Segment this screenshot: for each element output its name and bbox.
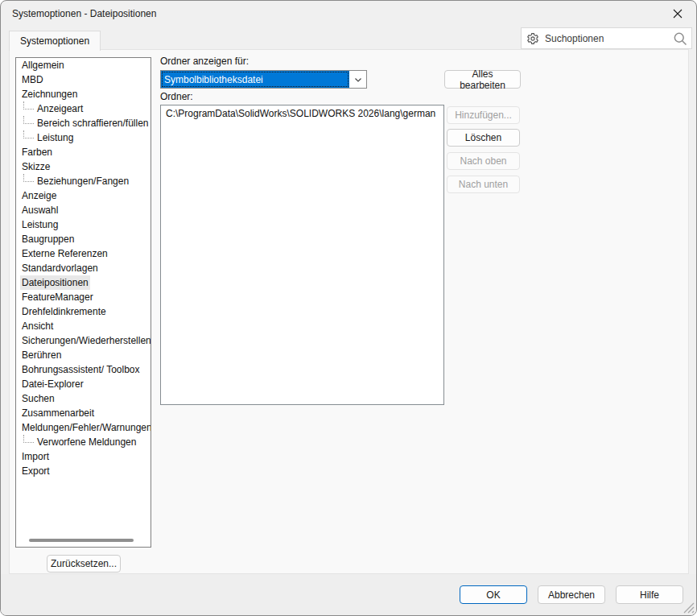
- tab-strip: Systemoptionen: [1, 27, 696, 50]
- nav-item-label: FeatureManager: [20, 290, 95, 304]
- nav-item-label: Allgemein: [20, 58, 66, 72]
- nav-item-label: Farben: [20, 145, 54, 159]
- nav-item[interactable]: Export: [16, 464, 151, 478]
- close-icon: [673, 9, 683, 19]
- move-down-button[interactable]: Nach unten: [447, 176, 520, 193]
- nav-item-label: Externe Referenzen: [20, 246, 109, 261]
- add-button[interactable]: Hinzufügen...: [447, 106, 520, 124]
- delete-button[interactable]: Löschen: [447, 129, 520, 147]
- tree-connector: [23, 435, 34, 443]
- nav-item[interactable]: Verworfene Meldungen: [16, 435, 151, 449]
- cancel-button[interactable]: Abbrechen: [538, 585, 605, 604]
- nav-item-label: Baugruppen: [20, 232, 76, 246]
- edit-all-button[interactable]: Alles bearbeiten: [444, 70, 521, 89]
- nav-item-label: Zeichnungen: [20, 87, 79, 101]
- reset-button[interactable]: Zurücksetzen...: [47, 555, 121, 573]
- search-options-box[interactable]: [521, 27, 692, 49]
- nav-item[interactable]: Farben: [16, 145, 151, 159]
- nav-item[interactable]: FeatureManager: [16, 290, 151, 304]
- ok-button[interactable]: OK: [460, 585, 527, 604]
- nav-item[interactable]: Datei-Explorer: [16, 377, 151, 391]
- nav-item-label: Skizze: [20, 159, 52, 174]
- dialog-footer: OK Abbrechen Hilfe: [1, 574, 696, 615]
- nav-item[interactable]: Leistung: [16, 130, 151, 145]
- nav-item[interactable]: Meldungen/Fehler/Warnungen: [16, 420, 151, 435]
- chevron-down-icon[interactable]: [349, 71, 366, 88]
- nav-item-label: Leistung: [20, 217, 60, 232]
- nav-item-label: Suchen: [20, 391, 56, 406]
- search-icon: [672, 31, 688, 47]
- nav-item[interactable]: Berühren: [16, 348, 151, 362]
- gear-icon: [526, 32, 539, 45]
- folder-path-item[interactable]: C:\ProgramData\SolidWorks\SOLIDWORKS 202…: [161, 105, 443, 122]
- nav-item-label: Datei-Explorer: [20, 377, 85, 391]
- nav-item-label: Bereich schraffieren/füllen: [35, 116, 151, 130]
- nav-item[interactable]: Auswahl: [16, 203, 151, 217]
- nav-item[interactable]: Externe Referenzen: [16, 246, 151, 261]
- nav-item-label: Verworfene Meldungen: [35, 435, 138, 449]
- nav-item[interactable]: Standardvorlagen: [16, 261, 151, 275]
- nav-item[interactable]: MBD: [16, 72, 151, 87]
- nav-item[interactable]: Leistung: [16, 217, 151, 232]
- folder-path-list[interactable]: C:\ProgramData\SolidWorks\SOLIDWORKS 202…: [160, 105, 444, 405]
- titlebar: Systemoptionen - Dateipositionen: [1, 1, 696, 27]
- nav-item[interactable]: Zusammenarbeit: [16, 406, 151, 420]
- folders-label: Ordner:: [160, 91, 193, 102]
- nav-item[interactable]: Suchen: [16, 391, 151, 406]
- nav-item[interactable]: Dateipositionen: [16, 275, 151, 290]
- tree-connector: [23, 116, 34, 124]
- nav-item-label: Standardvorlagen: [20, 261, 100, 275]
- tree-connector: [23, 130, 34, 138]
- horizontal-scrollbar[interactable]: [29, 539, 134, 542]
- nav-item-label: Import: [20, 449, 51, 464]
- move-up-button[interactable]: Nach oben: [447, 152, 520, 170]
- nav-item[interactable]: Drehfeldinkremente: [16, 304, 151, 319]
- nav-item-label: Meldungen/Fehler/Warnungen: [20, 420, 151, 435]
- nav-item-label: Zusammenarbeit: [20, 406, 96, 420]
- tree-connector: [23, 101, 34, 110]
- nav-item-label: Ansicht: [20, 319, 55, 333]
- show-folders-label: Ordner anzeigen für:: [160, 56, 249, 67]
- tab-systemoptionen[interactable]: Systemoptionen: [9, 31, 101, 51]
- nav-item[interactable]: Anzeigeart: [16, 101, 151, 116]
- nav-item[interactable]: Import: [16, 449, 151, 464]
- nav-item[interactable]: Bohrungsassistent/ Toolbox: [16, 362, 151, 377]
- nav-item[interactable]: Anzeige: [16, 188, 151, 203]
- options-nav-list: AllgemeinMBDZeichnungenAnzeigeartBereich…: [15, 57, 151, 548]
- nav-item[interactable]: Allgemein: [16, 58, 151, 72]
- system-options-dialog: Systemoptionen - Dateipositionen Systemo…: [0, 0, 697, 616]
- help-button[interactable]: Hilfe: [616, 585, 683, 604]
- nav-item[interactable]: Skizze: [16, 159, 151, 174]
- nav-item-label: Sicherungen/Wiederherstellen: [20, 333, 151, 348]
- tab-page-panel: AllgemeinMBDZeichnungenAnzeigeartBereich…: [9, 49, 689, 574]
- nav-item[interactable]: Baugruppen: [16, 232, 151, 246]
- nav-item[interactable]: Zeichnungen: [16, 87, 151, 101]
- search-input[interactable]: [543, 32, 672, 45]
- nav-item[interactable]: Ansicht: [16, 319, 151, 333]
- nav-item-label: MBD: [20, 72, 45, 87]
- nav-item-label: Export: [20, 464, 52, 478]
- nav-item-label: Beziehungen/Fangen: [35, 174, 130, 188]
- nav-item-label: Dateipositionen: [20, 275, 90, 290]
- nav-item[interactable]: Beziehungen/Fangen: [16, 174, 151, 188]
- window-title: Systemoptionen - Dateipositionen: [12, 8, 156, 19]
- nav-item-label: Auswahl: [20, 203, 60, 217]
- tab-label: Systemoptionen: [20, 35, 89, 47]
- nav-item-label: Anzeigeart: [35, 101, 85, 116]
- nav-item[interactable]: Bereich schraffieren/füllen: [16, 116, 151, 130]
- nav-item[interactable]: Sicherungen/Wiederherstellen: [16, 333, 151, 348]
- nav-item-label: Anzeige: [20, 188, 58, 203]
- resize-grip[interactable]: [683, 602, 695, 614]
- show-folders-dropdown[interactable]: Symbolbibliotheksdatei: [160, 70, 367, 89]
- nav-item-label: Leistung: [35, 130, 75, 145]
- tree-connector: [23, 174, 34, 182]
- nav-item-label: Drehfeldinkremente: [20, 304, 108, 319]
- nav-item-label: Bohrungsassistent/ Toolbox: [20, 362, 142, 377]
- nav-list: AllgemeinMBDZeichnungenAnzeigeartBereich…: [16, 58, 151, 478]
- close-button[interactable]: [665, 3, 691, 24]
- dropdown-selected-value: Symbolbibliotheksdatei: [161, 71, 349, 88]
- nav-item-label: Berühren: [20, 348, 63, 362]
